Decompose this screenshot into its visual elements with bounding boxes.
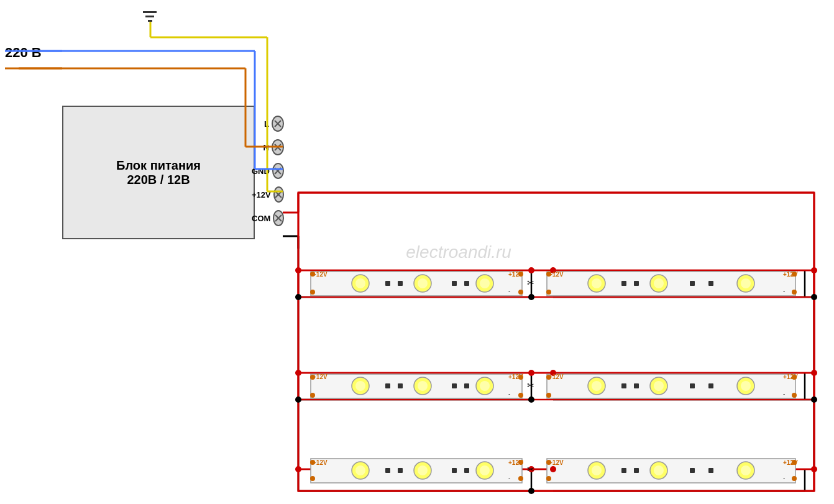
svg-point-140 [650, 462, 667, 479]
svg-point-195 [792, 476, 797, 481]
svg-point-122 [737, 377, 754, 395]
svg-point-103 [741, 278, 751, 288]
svg-rect-106 [690, 281, 695, 286]
svg-point-119 [592, 381, 602, 391]
svg-point-142 [737, 462, 754, 479]
svg-text:+12V: +12V [783, 459, 798, 466]
svg-text:✂: ✂ [527, 278, 534, 288]
ground-symbol [143, 11, 157, 22]
svg-rect-67 [311, 459, 522, 483]
svg-point-120 [650, 377, 667, 395]
svg-point-71 [295, 370, 301, 376]
voltage-label: 220 В [5, 45, 42, 61]
svg-text:+12V: +12V [783, 373, 798, 380]
svg-point-89 [355, 278, 365, 288]
svg-point-188 [310, 460, 315, 465]
svg-point-78 [811, 466, 817, 472]
terminal-GND: GND [252, 159, 284, 183]
svg-rect-127 [708, 383, 713, 388]
svg-text:-: - [313, 390, 314, 397]
svg-point-110 [414, 377, 431, 395]
svg-text:-: - [549, 475, 551, 482]
svg-point-84 [528, 488, 534, 494]
svg-point-177 [546, 290, 551, 295]
svg-rect-62 [298, 469, 814, 491]
svg-point-192 [546, 460, 551, 465]
svg-text:-: - [783, 475, 785, 482]
svg-rect-135 [398, 468, 403, 473]
svg-rect-147 [708, 468, 713, 473]
terminal-L: L [252, 112, 284, 135]
svg-text:-: - [508, 390, 510, 397]
svg-point-128 [352, 462, 369, 479]
svg-rect-96 [452, 281, 457, 286]
svg-point-183 [518, 393, 523, 398]
svg-point-99 [592, 278, 602, 288]
svg-text:+12V: +12V [508, 459, 523, 466]
svg-point-132 [476, 462, 493, 479]
svg-point-101 [654, 278, 664, 288]
svg-rect-64 [547, 272, 795, 296]
svg-text:-: - [313, 475, 314, 482]
svg-point-113 [480, 381, 490, 391]
svg-point-181 [310, 393, 315, 398]
svg-point-187 [792, 393, 797, 398]
svg-point-88 [352, 275, 369, 292]
svg-point-133 [480, 465, 490, 475]
svg-point-121 [654, 381, 664, 391]
svg-point-85 [550, 267, 556, 273]
svg-rect-114 [385, 383, 390, 388]
watermark: electroandi.ru [406, 242, 511, 262]
svg-rect-115 [398, 383, 403, 388]
svg-point-173 [310, 290, 315, 295]
svg-point-108 [352, 377, 369, 395]
svg-point-82 [528, 396, 534, 403]
svg-point-77 [811, 396, 817, 403]
svg-rect-95 [398, 281, 403, 286]
svg-text:+12V: +12V [508, 373, 523, 380]
svg-rect-137 [464, 468, 469, 473]
svg-point-76 [811, 370, 817, 376]
svg-text:-: - [508, 475, 510, 482]
svg-rect-126 [690, 383, 695, 388]
svg-point-73 [295, 466, 301, 472]
svg-point-100 [650, 275, 667, 292]
svg-point-189 [310, 476, 315, 481]
svg-point-70 [295, 294, 301, 300]
svg-point-186 [792, 375, 797, 380]
svg-point-80 [528, 294, 534, 300]
svg-point-180 [310, 375, 315, 380]
svg-text:+12V: +12V [549, 373, 564, 380]
svg-rect-63 [311, 272, 522, 296]
svg-point-139 [592, 465, 602, 475]
psu-label2: 220В / 12В [127, 173, 190, 187]
svg-rect-136 [452, 468, 457, 473]
svg-rect-107 [708, 281, 713, 286]
svg-text:-: - [549, 390, 551, 397]
svg-rect-61 [298, 373, 814, 400]
svg-text:✂: ✂ [527, 464, 534, 474]
svg-point-191 [518, 476, 523, 481]
svg-rect-146 [690, 468, 695, 473]
svg-point-193 [546, 476, 551, 481]
terminal-12V: +12V [252, 183, 284, 206]
svg-text:-: - [313, 288, 314, 295]
svg-point-91 [418, 278, 428, 288]
svg-point-81 [528, 370, 534, 376]
wiring-diagram: electroandi.ru 220 В Блок питания 220В /… [0, 0, 834, 504]
svg-point-141 [654, 465, 664, 475]
psu-label1: Блок питания [116, 158, 201, 173]
svg-point-109 [355, 381, 365, 391]
wire-diagram: +12V - +12V - +12V - +12V - +12V - +12V … [0, 0, 834, 504]
svg-rect-66 [547, 374, 795, 398]
svg-text:-: - [783, 390, 785, 397]
svg-rect-116 [452, 383, 457, 388]
svg-point-131 [418, 465, 428, 475]
svg-point-175 [518, 290, 523, 295]
svg-point-184 [546, 375, 551, 380]
svg-point-112 [476, 377, 493, 395]
svg-point-130 [414, 462, 431, 479]
psu-box: Блок питания 220В / 12В [62, 106, 255, 239]
svg-text:+12V: +12V [313, 373, 328, 380]
svg-point-79 [528, 267, 534, 273]
